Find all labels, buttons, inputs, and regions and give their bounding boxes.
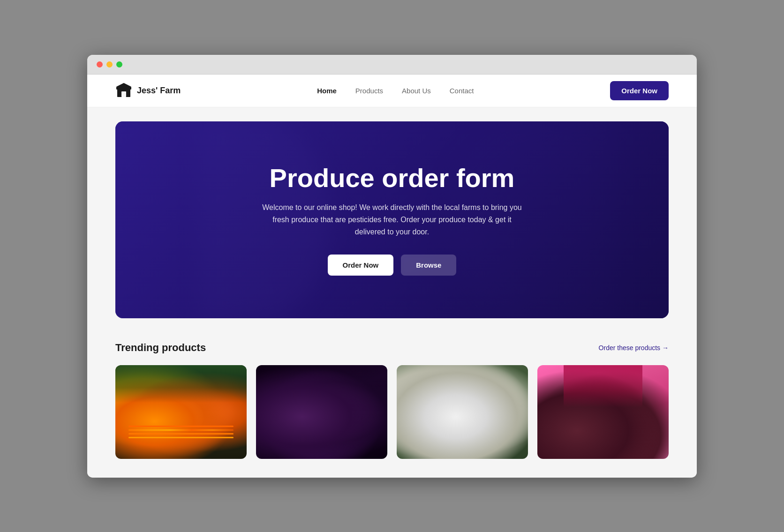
browser-chrome [87, 55, 697, 75]
products-header: Trending products Order these products → [115, 342, 669, 354]
browser-window: Jess' Farm Home Products About Us Contac… [87, 55, 697, 478]
svg-marker-3 [116, 83, 131, 87]
nav-links: Home Products About Us Contact [317, 87, 474, 95]
hero-section: Produce order form Welcome to our online… [115, 121, 669, 318]
traffic-light-red[interactable] [97, 61, 103, 67]
nav-home[interactable]: Home [317, 87, 337, 95]
brand-name: Jess' Farm [137, 86, 181, 96]
product-card-carrots[interactable] [115, 365, 247, 459]
navbar: Jess' Farm Home Products About Us Contac… [87, 75, 697, 107]
nav-contact[interactable]: Contact [450, 87, 474, 95]
hero-container: Produce order form Welcome to our online… [87, 107, 697, 332]
product-card-beets[interactable] [537, 365, 669, 459]
nav-products[interactable]: Products [355, 87, 383, 95]
products-grid [115, 365, 669, 459]
website-content: Jess' Farm Home Products About Us Contac… [87, 75, 697, 478]
hero-content: Produce order form Welcome to our online… [251, 154, 533, 285]
hero-subtitle: Welcome to our online shop! We work dire… [261, 202, 523, 238]
product-card-cabbage[interactable] [256, 365, 387, 459]
order-products-link[interactable]: Order these products → [599, 344, 669, 352]
trending-products-section: Trending products Order these products → [87, 332, 697, 478]
hero-browse-button[interactable]: Browse [401, 255, 456, 276]
svg-rect-2 [121, 91, 126, 97]
nav-right: Order Now [610, 81, 669, 100]
store-icon [115, 82, 132, 99]
hero-title: Produce order form [261, 164, 523, 193]
trending-products-title: Trending products [115, 342, 206, 354]
nav-about[interactable]: About Us [402, 87, 431, 95]
traffic-light-yellow[interactable] [106, 61, 113, 67]
traffic-light-green[interactable] [116, 61, 122, 67]
svg-rect-1 [116, 87, 131, 90]
navbar-order-now-button[interactable]: Order Now [610, 81, 669, 100]
hero-order-now-button[interactable]: Order Now [328, 255, 394, 276]
product-card-cauliflower[interactable] [397, 365, 528, 459]
hero-buttons: Order Now Browse [261, 255, 523, 276]
brand: Jess' Farm [115, 82, 181, 99]
